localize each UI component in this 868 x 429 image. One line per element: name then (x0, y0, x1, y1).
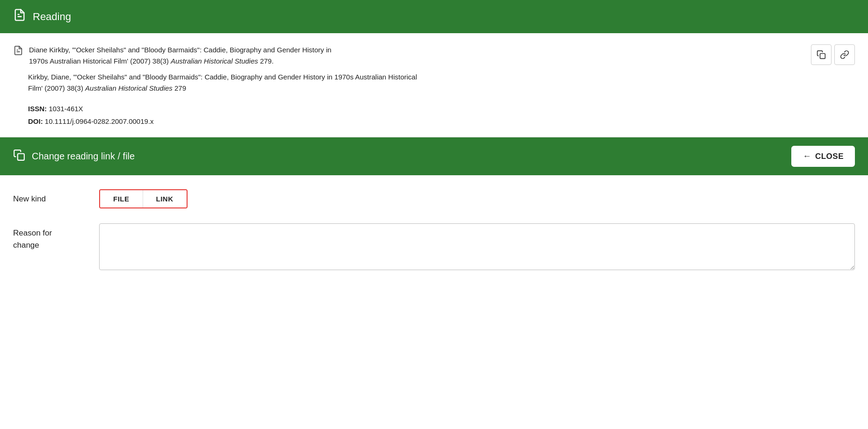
svg-rect-4 (820, 54, 825, 59)
page-container: Reading Diane Kirkby, '"Ocker Sheilahs" … (0, 0, 868, 429)
change-header-title: Change reading link / file (32, 151, 785, 162)
citation-issn: ISSN: 1031-461X (28, 102, 855, 115)
citation-item: Diane Kirkby, '"Ocker Sheilahs" and "Blo… (13, 44, 855, 67)
form-section: New kind FILE LINK Reason for change (0, 175, 868, 301)
new-kind-row: New kind FILE LINK (13, 189, 855, 208)
citation-actions (811, 44, 855, 65)
citation-short-text: Diane Kirkby, '"Ocker Sheilahs" and "Blo… (29, 44, 805, 67)
copy-citation-button[interactable] (811, 44, 832, 65)
file-button[interactable]: FILE (100, 190, 143, 207)
change-reading-header: Change reading link / file ← CLOSE (0, 137, 868, 175)
close-button-label: CLOSE (815, 152, 844, 161)
link-button[interactable]: LINK (143, 190, 187, 207)
reason-textarea[interactable] (99, 223, 855, 270)
new-kind-label: New kind (13, 189, 88, 205)
citation-full-text: Kirkby, Diane, '"Ocker Sheilahs" and "Bl… (13, 72, 855, 94)
reading-header-icon (13, 8, 26, 25)
citation-doi: DOI: 10.1111/j.0964-0282.2007.00019.x (28, 115, 855, 128)
reason-label: Reason for change (13, 223, 88, 251)
copy-link-button[interactable] (834, 44, 855, 65)
close-arrow-icon: ← (803, 151, 811, 161)
reading-header-title: Reading (33, 11, 71, 23)
kind-button-group: FILE LINK (99, 189, 188, 208)
citation-doc-icon (13, 45, 23, 58)
svg-rect-5 (18, 153, 24, 160)
kind-buttons-container: FILE LINK (99, 189, 855, 208)
citation-meta: ISSN: 1031-461X DOI: 10.1111/j.0964-0282… (13, 102, 855, 128)
reason-textarea-container (99, 223, 855, 272)
close-button[interactable]: ← CLOSE (791, 146, 855, 167)
reason-for-change-row: Reason for change (13, 223, 855, 272)
reading-header: Reading (0, 0, 868, 33)
change-reading-icon (13, 149, 25, 164)
citation-section: Diane Kirkby, '"Ocker Sheilahs" and "Blo… (0, 33, 868, 137)
